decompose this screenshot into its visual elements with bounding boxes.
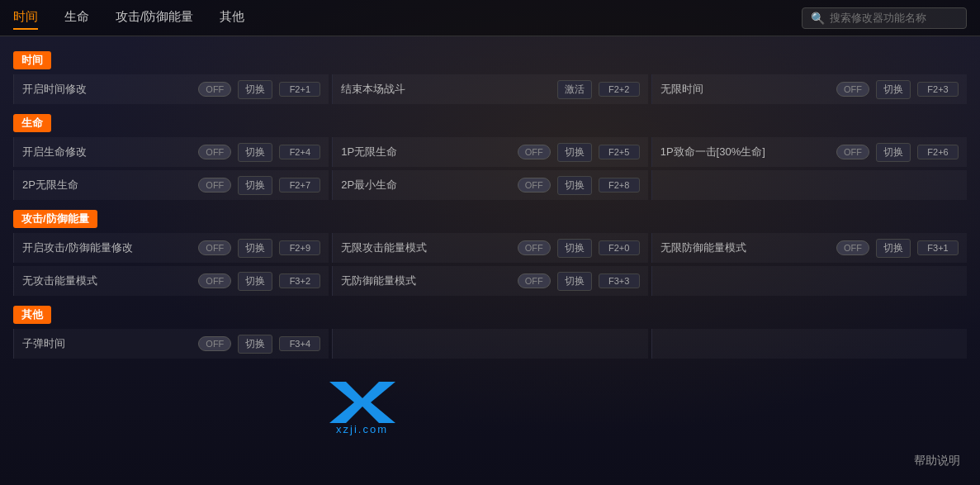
switch-button[interactable]: 切换 xyxy=(238,239,272,258)
feature-cell: 子弹时间 OFF 切换 F3+4 xyxy=(13,329,329,359)
toggle-off[interactable]: OFF xyxy=(198,82,231,97)
hotkey-badge: F3+1 xyxy=(917,240,959,255)
activate-button[interactable]: 激活 xyxy=(557,80,592,99)
switch-button[interactable]: 切换 xyxy=(876,80,911,99)
feature-name: 1P致命一击[30%生命] xyxy=(660,145,830,159)
hotkey-badge: F2+2 xyxy=(599,82,640,97)
feature-name: 子弹时间 xyxy=(22,336,192,351)
hotkey-badge: F3+4 xyxy=(279,336,320,351)
other-section-header: 其他 xyxy=(13,299,967,329)
section-label-attack: 攻击/防御能量 xyxy=(13,210,97,228)
search-box: 🔍 xyxy=(802,7,967,29)
feature-cell-empty xyxy=(651,170,967,200)
section-label-life: 生命 xyxy=(13,114,51,132)
feature-name: 2P无限生命 xyxy=(22,178,192,193)
other-row-1: 子弹时间 OFF 切换 F3+4 xyxy=(13,329,967,359)
hotkey-badge: F2+4 xyxy=(279,145,320,159)
feature-cell: 无防御能量模式 OFF 切换 F3+3 xyxy=(332,266,647,296)
switch-button[interactable]: 切换 xyxy=(238,80,272,99)
switch-button[interactable]: 切换 xyxy=(238,272,272,291)
tab-attack[interactable]: 攻击/防御能量 xyxy=(116,6,193,30)
feature-name: 无限攻击能量模式 xyxy=(341,240,510,255)
time-section-header: 时间 xyxy=(13,45,967,74)
feature-name: 无限防御能量模式 xyxy=(660,240,830,255)
toggle-off[interactable]: OFF xyxy=(518,240,551,255)
toggle-off[interactable]: OFF xyxy=(198,240,231,255)
switch-button[interactable]: 切换 xyxy=(238,176,272,195)
life-row-2: 2P无限生命 OFF 切换 F2+7 2P最小生命 OFF 切换 F2+8 xyxy=(13,170,967,200)
toggle-off[interactable]: OFF xyxy=(518,178,551,193)
life-row-1: 开启生命修改 OFF 切换 F2+4 1P无限生命 OFF 切换 F2+5 1P… xyxy=(13,137,967,167)
hotkey-badge: F2+0 xyxy=(599,240,640,255)
switch-button[interactable]: 切换 xyxy=(876,239,911,258)
feature-cell: 开启时间修改 OFF 切换 F2+1 xyxy=(13,74,329,104)
switch-button[interactable]: 切换 xyxy=(238,335,272,354)
tab-time[interactable]: 时间 xyxy=(13,6,38,30)
feature-name: 开启攻击/防御能量修改 xyxy=(22,240,192,255)
feature-name: 无攻击能量模式 xyxy=(22,273,192,288)
feature-name: 无限时间 xyxy=(660,82,830,97)
feature-cell: 开启生命修改 OFF 切换 F2+4 xyxy=(13,137,329,167)
hotkey-badge: F2+7 xyxy=(279,178,320,193)
feature-name: 2P最小生命 xyxy=(341,178,510,193)
tab-life[interactable]: 生命 xyxy=(64,6,89,30)
hotkey-badge: F3+2 xyxy=(279,273,320,288)
hotkey-badge: F3+3 xyxy=(599,273,640,288)
attack-row-1: 开启攻击/防御能量修改 OFF 切换 F2+9 无限攻击能量模式 OFF 切换 … xyxy=(13,233,967,263)
toggle-off[interactable]: OFF xyxy=(198,145,231,159)
switch-button[interactable]: 切换 xyxy=(557,239,592,258)
feature-cell-empty xyxy=(332,329,647,359)
switch-button[interactable]: 切换 xyxy=(557,272,592,291)
switch-button[interactable]: 切换 xyxy=(238,143,272,162)
attack-section-header: 攻击/防御能量 xyxy=(13,203,967,233)
time-row-1: 开启时间修改 OFF 切换 F2+1 结束本场战斗 激活 F2+2 无限时间 O… xyxy=(13,74,967,104)
feature-cell: 无攻击能量模式 OFF 切换 F3+2 xyxy=(13,266,329,296)
feature-cell-empty xyxy=(651,266,967,296)
toggle-off[interactable]: OFF xyxy=(518,273,551,288)
attack-row-2: 无攻击能量模式 OFF 切换 F3+2 无防御能量模式 OFF 切换 F3+3 xyxy=(13,266,967,296)
hotkey-badge: F2+5 xyxy=(599,145,640,159)
hotkey-badge: F2+3 xyxy=(917,82,959,97)
feature-cell: 2P最小生命 OFF 切换 F2+8 xyxy=(332,170,647,200)
toggle-off[interactable]: OFF xyxy=(198,178,231,193)
toggle-off[interactable]: OFF xyxy=(836,240,869,255)
feature-cell: 无限防御能量模式 OFF 切换 F3+1 xyxy=(651,233,967,263)
switch-button[interactable]: 切换 xyxy=(557,143,592,162)
nav-bar: 时间 生命 攻击/防御能量 其他 🔍 xyxy=(0,0,980,36)
hotkey-badge: F2+8 xyxy=(599,178,640,193)
feature-cell: 无限时间 OFF 切换 F2+3 xyxy=(651,74,967,104)
feature-cell-empty xyxy=(651,329,967,359)
feature-name: 1P无限生命 xyxy=(341,145,510,159)
section-label-other: 其他 xyxy=(13,306,51,324)
toggle-off[interactable]: OFF xyxy=(198,336,231,351)
feature-cell: 结束本场战斗 激活 F2+2 xyxy=(332,74,647,104)
feature-name: 开启生命修改 xyxy=(22,145,192,159)
hotkey-badge: F2+1 xyxy=(279,82,320,97)
feature-name: 无防御能量模式 xyxy=(341,273,510,288)
feature-name: 开启时间修改 xyxy=(22,82,192,97)
switch-button[interactable]: 切换 xyxy=(557,176,592,195)
feature-cell: 无限攻击能量模式 OFF 切换 F2+0 xyxy=(332,233,647,263)
feature-cell: 2P无限生命 OFF 切换 F2+7 xyxy=(13,170,329,200)
feature-cell: 1P无限生命 OFF 切换 F2+5 xyxy=(332,137,647,167)
feature-name: 结束本场战斗 xyxy=(341,82,550,97)
feature-cell: 1P致命一击[30%生命] OFF 切换 F2+6 xyxy=(651,137,967,167)
hotkey-badge: F2+9 xyxy=(279,240,320,255)
search-input[interactable] xyxy=(830,12,958,24)
app-container: 时间 生命 攻击/防御能量 其他 🔍 时间 开启时间修改 OFF 切换 F2+1… xyxy=(0,0,980,485)
switch-button[interactable]: 切换 xyxy=(876,143,911,162)
search-icon: 🔍 xyxy=(811,12,825,25)
section-label-time: 时间 xyxy=(13,51,51,69)
hotkey-badge: F2+6 xyxy=(917,145,959,159)
tab-other[interactable]: 其他 xyxy=(220,6,244,30)
help-link[interactable]: 帮助说明 xyxy=(914,454,960,468)
toggle-off[interactable]: OFF xyxy=(836,82,869,97)
main-content: 时间 开启时间修改 OFF 切换 F2+1 结束本场战斗 激活 F2+2 无限时… xyxy=(0,36,980,485)
feature-cell: 开启攻击/防御能量修改 OFF 切换 F2+9 xyxy=(13,233,329,263)
toggle-off[interactable]: OFF xyxy=(836,145,869,159)
toggle-off[interactable]: OFF xyxy=(198,273,231,288)
toggle-off[interactable]: OFF xyxy=(518,145,551,159)
life-section-header: 生命 xyxy=(13,107,967,137)
